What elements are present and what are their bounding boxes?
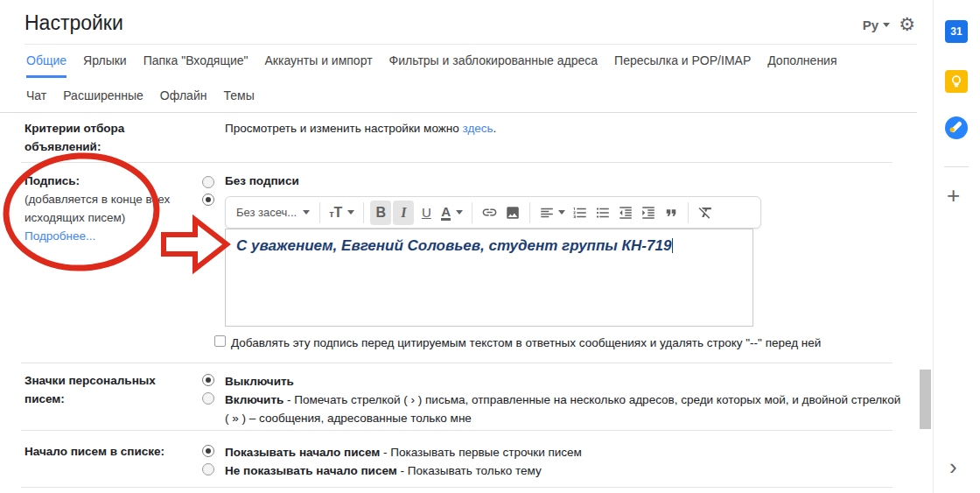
show-snippets-rest: - Показывать первые строчки писем xyxy=(380,446,582,459)
tab-labels[interactable]: Ярлыки xyxy=(83,53,127,78)
settings-tabs-row2: Чат Расширенные Офлайн Темы xyxy=(26,88,255,110)
no-snippets-bold: Не показывать начало писем xyxy=(225,464,397,477)
show-snippets-label: Показывать начало писем - Показывать пер… xyxy=(225,443,582,461)
radio-show-snippets[interactable] xyxy=(202,445,214,457)
calendar-icon[interactable]: 31 xyxy=(945,20,968,43)
radio-indicators-on[interactable] xyxy=(202,392,214,405)
chevron-down-icon xyxy=(456,210,463,215)
side-panel-divider xyxy=(933,0,934,493)
text-cursor xyxy=(672,238,673,253)
row-divider xyxy=(21,363,892,363)
toolbar-separator xyxy=(529,202,530,223)
row-divider xyxy=(21,430,892,431)
tab-filters-blocked[interactable]: Фильтры и заблокированные адреса xyxy=(389,53,598,78)
input-tools-button[interactable]: Ру xyxy=(863,18,890,32)
tab-accounts-import[interactable]: Аккаунты и импорт xyxy=(265,53,373,78)
bold-button[interactable]: B xyxy=(370,201,391,225)
indent-icon[interactable] xyxy=(638,201,659,225)
ads-criteria-text-part: Просмотреть и изменить настройки можно xyxy=(225,122,463,135)
header-divider xyxy=(24,44,917,45)
input-tools-label: Ру xyxy=(863,18,878,32)
gear-icon[interactable]: ⚙ xyxy=(899,14,915,35)
numbered-list-icon[interactable] xyxy=(570,201,591,225)
toolbar-separator xyxy=(472,202,472,223)
italic-button[interactable]: I xyxy=(393,201,414,225)
ads-criteria-text: Просмотреть и изменить настройки можно з… xyxy=(225,119,496,137)
remove-formatting-icon[interactable] xyxy=(695,201,717,225)
signature-label: Подпись: xyxy=(24,172,186,190)
no-snippets-rest: - Показывать только тему xyxy=(397,464,542,477)
font-size-dropdown[interactable]: тТ xyxy=(326,201,357,225)
side-panel-separator xyxy=(944,166,969,167)
signature-learn-more-link[interactable]: Подробнее... xyxy=(24,229,95,243)
radio-indicators-off[interactable] xyxy=(202,374,214,386)
toolbar-separator xyxy=(363,202,364,223)
no-snippets-label: Не показывать начало писем - Показывать … xyxy=(225,461,542,480)
indicators-off-label: Выключить xyxy=(225,372,294,391)
row-divider xyxy=(21,487,892,488)
snippets-label: Начало писем в списке: xyxy=(24,442,186,461)
chevron-down-icon xyxy=(303,210,310,215)
header-actions: Ру ⚙ xyxy=(863,14,915,35)
signature-textarea[interactable]: С уважением, Евгений Соловьев, студент г… xyxy=(225,229,753,327)
ads-criteria-label: Критерии отбора объявлений: xyxy=(24,119,186,156)
radio-no-signature[interactable] xyxy=(202,176,214,188)
add-addon-button[interactable]: + xyxy=(947,182,960,209)
indicators-on-bold: Включить xyxy=(225,393,284,406)
show-snippets-bold: Показывать начало писем xyxy=(225,446,380,459)
insert-image-icon[interactable] xyxy=(502,201,523,225)
tab-forwarding-pop-imap[interactable]: Пересылка и POP/IMAP xyxy=(614,53,751,78)
tab-addons[interactable]: Дополнения xyxy=(767,53,836,78)
tabs-divider xyxy=(0,112,917,113)
ads-here-link[interactable]: здесь xyxy=(463,122,494,135)
ads-criteria-suffix: . xyxy=(494,122,497,135)
tab-offline[interactable]: Офлайн xyxy=(160,88,207,110)
signature-label-block: Подпись: (добавляется в конце всех исход… xyxy=(24,172,186,245)
indicators-on-label: Включить - Помечать стрелкой ( › ) письм… xyxy=(225,391,903,427)
no-signature-label: Без подписи xyxy=(225,174,299,187)
tab-advanced[interactable]: Расширенные xyxy=(63,88,144,110)
page-title: Настройки xyxy=(24,11,123,35)
signature-before-quote-checkbox[interactable] xyxy=(214,335,226,347)
outdent-icon[interactable] xyxy=(615,201,636,225)
personal-indicators-label: Значки персональных писем: xyxy=(24,371,186,408)
text-color-dropdown[interactable]: A xyxy=(438,201,466,225)
insert-link-icon[interactable] xyxy=(479,201,500,225)
collapse-panel-chevron-icon[interactable]: › xyxy=(949,454,957,481)
font-family-value: Без засеч... xyxy=(236,206,297,219)
font-family-dropdown[interactable]: Без засеч... xyxy=(233,201,313,225)
vertical-scrollbar-thumb[interactable] xyxy=(920,370,931,429)
bulleted-list-icon[interactable] xyxy=(592,201,613,225)
chevron-down-icon xyxy=(558,210,565,215)
tab-inbox[interactable]: Папка "Входящие" xyxy=(144,53,248,78)
signature-checkbox-label: Добавлять эту подпись перед цитируемым т… xyxy=(231,334,896,352)
tab-chat[interactable]: Чат xyxy=(26,88,46,110)
signature-text: С уважением, Евгений Соловьев, студент г… xyxy=(226,229,752,263)
radio-no-snippets[interactable] xyxy=(202,463,214,475)
keep-icon[interactable] xyxy=(945,70,968,93)
row-divider xyxy=(21,162,892,163)
tab-themes[interactable]: Темы xyxy=(223,88,254,110)
radio-use-signature[interactable] xyxy=(202,194,214,206)
align-dropdown[interactable] xyxy=(536,201,568,225)
toolbar-separator xyxy=(319,202,320,223)
tasks-icon[interactable] xyxy=(945,116,968,139)
indicators-on-rest: - Помечать стрелкой ( › ) письма, отправ… xyxy=(225,393,900,425)
settings-tabs-row1: Общие Ярлыки Папка "Входящие" Аккаунты и… xyxy=(26,53,837,78)
toolbar-separator xyxy=(688,202,689,223)
chevron-down-icon xyxy=(883,23,890,27)
chevron-down-icon xyxy=(347,210,354,215)
quote-icon[interactable] xyxy=(661,201,682,225)
signature-sublabel: (добавляется в конце всех исходящих писе… xyxy=(24,190,180,227)
tab-general[interactable]: Общие xyxy=(26,53,66,78)
underline-button[interactable]: U xyxy=(416,201,437,225)
signature-editor-toolbar: Без засеч... тТ B I U A xyxy=(225,196,761,229)
